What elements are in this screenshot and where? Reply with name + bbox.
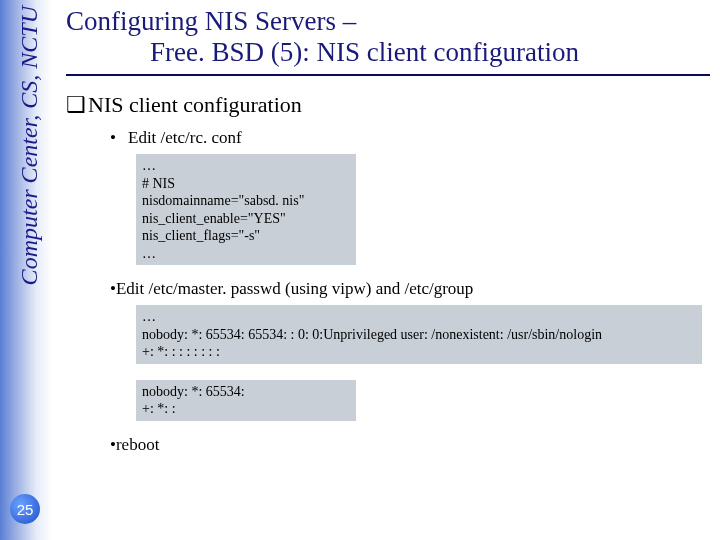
page-number-badge: 25 bbox=[10, 494, 40, 524]
code-block-group: nobody: *: 65534: +: *: : bbox=[136, 380, 356, 421]
bullet-text-2: Edit /etc/master. passwd (using vipw) an… bbox=[116, 279, 473, 298]
title-divider bbox=[66, 74, 710, 76]
bullet-text-1: Edit /etc/rc. conf bbox=[128, 128, 242, 147]
title-line-1: Configuring NIS Servers – bbox=[66, 6, 356, 36]
bullet-item-2: •Edit /etc/master. passwd (using vipw) a… bbox=[110, 279, 710, 299]
bullet-dot-icon: • bbox=[110, 128, 128, 148]
bullet-text-3: reboot bbox=[116, 435, 159, 454]
sidebar-label: Computer Center, CS, NCTU bbox=[16, 6, 43, 285]
spacer bbox=[66, 364, 710, 374]
title-line-2: Free. BSD (5): NIS client configuration bbox=[66, 37, 579, 68]
slide: Computer Center, CS, NCTU 25 Configuring… bbox=[0, 0, 720, 540]
slide-title: Configuring NIS Servers – Free. BSD (5):… bbox=[66, 6, 710, 68]
bullet-square-icon: ❑ bbox=[66, 92, 88, 118]
bullet-item-1: •Edit /etc/rc. conf bbox=[110, 128, 710, 148]
sidebar: Computer Center, CS, NCTU bbox=[0, 0, 52, 540]
content-area: Configuring NIS Servers – Free. BSD (5):… bbox=[66, 6, 710, 530]
section-heading: ❑NIS client configuration bbox=[66, 92, 710, 118]
code-block-rcconf: … # NIS nisdomainname="sabsd. nis" nis_c… bbox=[136, 154, 356, 265]
code-block-passwd: … nobody: *: 65534: 65534: : 0: 0:Unpriv… bbox=[136, 305, 702, 364]
bullet-item-3: •reboot bbox=[110, 435, 710, 455]
section-label: NIS client configuration bbox=[88, 92, 302, 117]
